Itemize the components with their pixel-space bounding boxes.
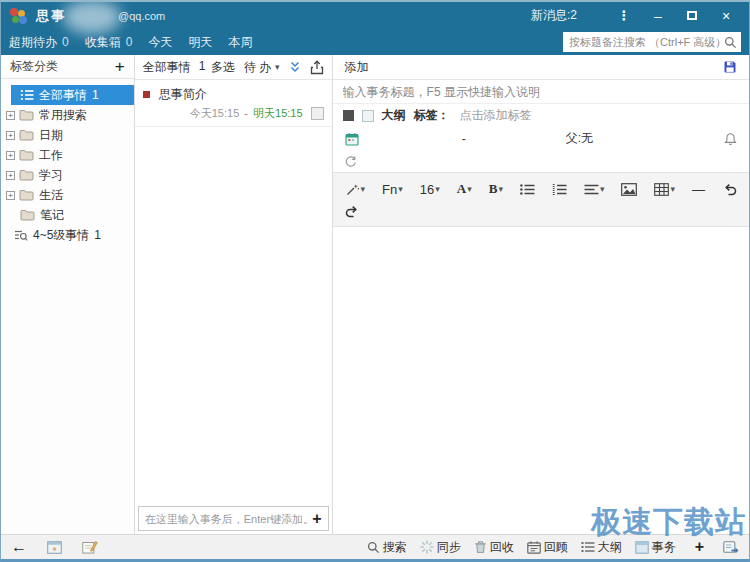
sidebar-item-study[interactable]: 学习 — [1, 165, 134, 185]
expand-more-icon[interactable] — [289, 61, 301, 73]
review-calendar-button[interactable]: 回顾 — [527, 539, 568, 556]
sidebar-item-date[interactable]: 日期 — [1, 125, 134, 145]
save-floppy-icon — [723, 60, 737, 74]
sidebar-item-level-4-5[interactable]: 4~5级事情 1 — [1, 225, 134, 245]
horizontal-rule-button[interactable]: — — [692, 182, 705, 197]
folder-icon — [20, 209, 35, 221]
outline-checkbox[interactable] — [362, 110, 374, 122]
quick-add-input[interactable] — [145, 513, 308, 525]
search-input[interactable] — [569, 36, 724, 48]
global-search-box[interactable] — [563, 32, 741, 52]
sidebar-item-notes[interactable]: 笔记 — [1, 205, 134, 225]
folder-icon — [19, 149, 34, 161]
align-button[interactable]: ▾ — [584, 183, 605, 196]
sync-button[interactable]: 同步 — [420, 539, 461, 556]
expand-icon[interactable] — [6, 131, 15, 140]
maximize-button[interactable] — [677, 5, 707, 27]
chevron-down-icon: ▾ — [498, 184, 503, 194]
expand-icon[interactable] — [6, 191, 15, 200]
repeat-icon[interactable] — [344, 155, 357, 168]
send-export-icon[interactable] — [723, 540, 739, 554]
menu-dots-icon[interactable]: ⋮ — [609, 5, 639, 27]
task-done-checkbox[interactable] — [311, 107, 324, 120]
calendar-review-icon — [527, 541, 541, 554]
insert-table-button[interactable]: ▾ — [654, 183, 675, 196]
title-bar: 思事 @qq.com 新消息:2 ⋮ – × — [1, 2, 749, 29]
numbered-list-button[interactable] — [552, 183, 567, 196]
expand-icon[interactable] — [6, 171, 15, 180]
minimize-button[interactable]: – — [643, 5, 673, 27]
task-row[interactable]: 思事简介 今天15:15 - 明天15:15 — [135, 80, 332, 127]
close-button[interactable]: × — [711, 5, 741, 27]
redo-button[interactable] — [345, 204, 360, 218]
sidebar: 标签分类 + 全部事情 1 — [1, 55, 135, 534]
save-button[interactable] — [723, 60, 737, 74]
chevron-down-icon: ▾ — [435, 184, 440, 194]
folder-icon — [19, 129, 34, 141]
folder-icon — [19, 169, 34, 181]
item-count: 1 — [94, 228, 101, 242]
tasks-panel-icon — [635, 541, 649, 554]
parent-task-label[interactable]: 父:无 — [566, 130, 593, 147]
calendar-icon[interactable] — [345, 132, 359, 146]
function-menu-button[interactable]: Fn ▾ — [382, 182, 403, 197]
this-week-button[interactable]: 本周 — [228, 34, 252, 51]
recycle-bin-button[interactable]: 回收 — [474, 539, 514, 556]
add-task-button[interactable]: + — [689, 538, 710, 556]
font-color-button[interactable]: A ▾ — [457, 181, 472, 197]
task-list-icon — [20, 89, 34, 101]
outline-view-button[interactable]: 大纲 — [581, 539, 622, 556]
insert-image-button[interactable] — [621, 183, 637, 196]
font-size-dropdown[interactable]: 16 ▾ — [420, 182, 440, 197]
task-meta-row: 大纲 标签： 点击添加标签 — [333, 104, 749, 127]
inbox-button[interactable]: 收集箱 0 — [85, 34, 133, 51]
multiselect-button[interactable]: 多选 — [211, 59, 235, 76]
inbox-count: 0 — [126, 35, 133, 49]
sidebar-item-life[interactable]: 生活 — [1, 185, 134, 205]
sidebar-header: 标签分类 + — [1, 55, 134, 79]
tomorrow-button[interactable]: 明天 — [188, 34, 212, 51]
overdue-count: 0 — [62, 35, 69, 49]
expand-icon[interactable] — [6, 151, 15, 160]
sidebar-item-all-things[interactable]: 全部事情 1 — [11, 85, 134, 105]
undo-button[interactable] — [722, 182, 737, 196]
today-button[interactable]: 今天 — [148, 34, 172, 51]
new-message-badge[interactable]: 新消息:2 — [531, 7, 577, 24]
overdue-todo-button[interactable]: 超期待办 0 — [9, 34, 69, 51]
reminder-bell-icon[interactable] — [724, 132, 737, 146]
search-tool-button[interactable]: 搜索 — [367, 539, 407, 556]
chevron-down-icon: ▾ — [361, 184, 366, 194]
status-filter-dropdown[interactable]: 待办 ▾ — [244, 59, 280, 76]
search-icon — [724, 36, 737, 49]
sidebar-item-common-search[interactable]: 常用搜索 — [1, 105, 134, 125]
app-title: 思事 — [36, 7, 66, 25]
bold-button[interactable]: B ▾ — [489, 181, 503, 197]
bullet-list-button[interactable] — [520, 183, 535, 196]
quick-add-plus-button[interactable]: + — [312, 510, 321, 528]
add-tag-button[interactable]: + — [115, 58, 125, 75]
color-swatch-icon[interactable] — [343, 110, 354, 121]
share-export-icon[interactable] — [310, 60, 324, 75]
priority-bullet-icon — [143, 91, 150, 98]
quick-filter-toolbar: 超期待办 0 收集箱 0 今天 明天 本周 — [1, 29, 749, 55]
tasks-view-button[interactable]: 事务 — [635, 539, 676, 556]
sidebar-item-work[interactable]: 工作 — [1, 145, 134, 165]
main-area: 标签分类 + 全部事情 1 — [1, 55, 749, 534]
bottom-bar: ← 搜索 — [1, 534, 749, 559]
chevron-down-icon: ▾ — [670, 184, 675, 194]
sidebar-title: 标签分类 — [10, 58, 58, 75]
add-tag-hint[interactable]: 点击添加标签 — [460, 107, 532, 124]
list-count: 1 — [199, 59, 206, 76]
window-view-icon[interactable] — [47, 541, 62, 554]
trash-icon — [474, 540, 487, 554]
chevron-down-icon: ▾ — [467, 184, 472, 194]
back-arrow-button[interactable]: ← — [11, 538, 27, 556]
search-icon — [367, 541, 380, 554]
date-separator[interactable]: - — [462, 132, 466, 146]
task-title-input[interactable] — [343, 85, 739, 99]
note-editor-area[interactable] — [333, 227, 749, 534]
app-window: 思事 @qq.com 新消息:2 ⋮ – × 超期待办 0 收集箱 0 今天 明… — [0, 0, 750, 562]
expand-icon[interactable] — [6, 111, 15, 120]
compose-edit-icon[interactable] — [82, 540, 98, 554]
magic-style-button[interactable]: ▾ — [345, 182, 366, 197]
